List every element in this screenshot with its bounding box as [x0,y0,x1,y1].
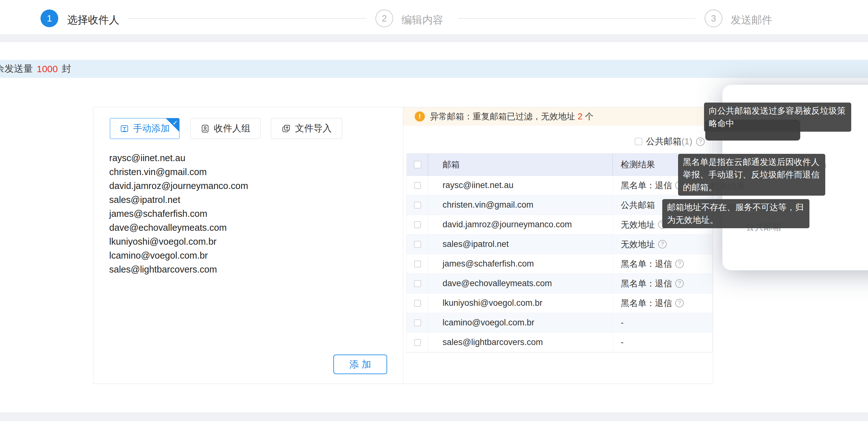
detect-result-table: 邮箱 检测结果 raysc@iinet.net.au 黑名单：退信 christ… [406,153,713,353]
row-checkbox[interactable] [414,221,421,228]
row-checkbox[interactable] [414,320,421,326]
invalid-count: 2 [578,112,583,121]
row-checkbox[interactable] [414,280,421,287]
recipient-select-card: 手动添加 收件人组 文件导入 raysc@iinet.net.auchriste… [93,107,713,384]
row-status: - [621,318,624,328]
quota-count: 1000 [37,64,58,74]
email-line: sales@lightbarcovers.com [109,263,388,276]
step-1-indicator: 1 [40,9,58,27]
checkmark-icon [172,119,178,127]
tab-manual-add[interactable]: 手动添加 [110,118,180,139]
add-button[interactable]: 添 加 [333,355,387,374]
row-email: james@schaferfish.com [428,254,613,273]
tooltip-public-mailbox: 向公共邮箱发送过多容易被反垃圾策略命中 [704,102,851,132]
bottom-divider-band [0,413,868,421]
row-status: 无效地址 [621,239,655,250]
status-help-icon[interactable] [675,299,684,307]
tooltip-invalid-address: 邮箱地址不存在、服务不可达等，归为无效地址。 [662,199,809,228]
column-header-email: 邮箱 [428,153,613,175]
email-line: christen.vin@gmail.com [109,165,388,179]
table-header-row: 邮箱 检测结果 [407,153,712,176]
step-3-indicator: 3 [705,9,722,27]
email-line: lcamino@voegol.com.br [109,248,388,263]
row-email: lkuniyoshi@voegol.com.br [428,294,613,313]
wizard-stepper: 1 选择收件人 2 编辑内容 3 发送邮件 [0,4,868,28]
row-email: david.jamroz@journeymanco.com [428,215,613,234]
row-checkbox[interactable] [414,261,421,268]
text-add-icon [120,124,129,133]
status-help-icon[interactable] [675,279,684,288]
table-row: lkuniyoshi@voegol.com.br 黑名单：退信 [407,294,712,313]
row-email: christen.vin@gmail.com [428,195,613,215]
recipient-input[interactable]: raysc@iinet.net.auchristen.vin@gmail.com… [109,151,388,276]
public-mailbox-label: 公共邮箱(1) [646,136,692,148]
email-line: sales@ipatrol.net [109,193,388,207]
file-import-icon [281,124,291,133]
abnormal-mailbox-warning: 异常邮箱：重复邮箱已过滤，无效地址2个 [403,107,713,126]
table-row: sales@ipatrol.net 无效地址 [407,235,712,254]
email-line: dave@echovalleymeats.com [109,221,388,235]
table-row: sales@lightbarcovers.com - [407,333,712,352]
public-mailbox-checkbox[interactable] [635,138,642,145]
select-all-checkbox[interactable] [414,161,421,169]
quota-unit: 封 [62,62,71,76]
quota-clipped-prefix: 余 [0,62,4,76]
row-checkbox[interactable] [414,241,421,248]
row-checkbox[interactable] [414,182,421,189]
email-line: raysc@iinet.net.au [109,151,388,165]
warning-icon [415,112,425,122]
table-row: lcamino@voegol.com.br - [407,313,712,333]
send-quota-bar: 余发送量 1000 封 [0,60,868,78]
row-checkbox[interactable] [414,339,421,346]
step-connector-line [458,18,696,19]
step-connector-line [127,18,367,19]
status-help-icon[interactable] [675,260,684,268]
row-status: 黑名单：退信 [621,278,672,289]
email-line: james@schaferfish.com [109,207,388,221]
row-email: sales@ipatrol.net [428,235,613,254]
table-row: james@schaferfish.com 黑名单：退信 [407,254,712,274]
row-status: 黑名单：退信 [621,298,672,309]
tab-file-import[interactable]: 文件导入 [271,118,342,139]
row-email: dave@echovalleymeats.com [428,274,613,293]
quota-label: 发送量 [4,62,33,76]
row-email: sales@lightbarcovers.com [428,333,613,352]
email-line: david.jamroz@journeymanco.com [109,179,388,193]
row-checkbox[interactable] [414,202,421,209]
table-row: dave@echovalleymeats.com 黑名单：退信 [407,274,712,294]
row-status: 黑名单：退信 [621,258,672,270]
step-2-label: 编辑内容 [401,13,443,27]
tab-label: 手动添加 [133,122,170,135]
manual-add-section: 手动添加 收件人组 文件导入 raysc@iinet.net.auchriste… [93,107,403,384]
row-checkbox[interactable] [414,300,421,307]
top-divider-band [0,34,868,42]
row-status: - [621,337,624,347]
tooltip-blacklist: 黑名单是指在云邮通发送后因收件人举报、手动退订、反垃圾邮件而退信的邮箱。 [678,154,825,196]
step-1-label: 选择收件人 [67,13,119,27]
recipient-group-icon [200,124,210,133]
row-status: 黑名单：退信 [621,180,672,191]
row-status: 无效地址 [621,219,655,231]
status-help-icon[interactable] [658,240,667,248]
public-mailbox-help-icon[interactable] [696,138,705,146]
tab-label: 收件人组 [214,122,251,135]
table-row: raysc@iinet.net.au 黑名单：退信 [407,176,712,195]
tab-recipient-group[interactable]: 收件人组 [190,118,260,139]
public-mailbox-filter-row: 公共邮箱(1) [635,135,705,148]
step-3-label: 发送邮件 [731,13,772,27]
tab-label: 文件导入 [295,122,332,135]
row-email: lcamino@voegol.com.br [428,313,613,332]
row-status: 公共邮箱 [621,200,655,211]
email-line: lkuniyoshi@voegol.com.br [109,235,388,248]
detection-section: 异常邮箱：重复邮箱已过滤，无效地址2个 公共邮箱(1) 邮箱 检测结果 rays… [403,107,713,384]
step-2-indicator: 2 [375,9,393,27]
row-email: raysc@iinet.net.au [428,176,613,195]
warning-text: 异常邮箱：重复邮箱已过滤，无效地址2个 [430,111,593,122]
